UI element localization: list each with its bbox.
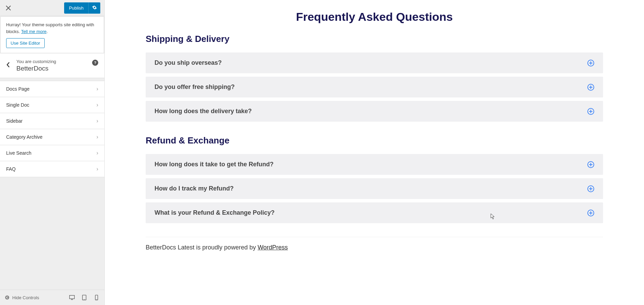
top-bar: Publish <box>0 0 104 16</box>
menu-item-live-search[interactable]: Live Search › <box>0 145 104 161</box>
faq-item[interactable]: How long does the delivery take? <box>146 101 603 122</box>
faq-question: How do I track my Refund? <box>155 185 234 192</box>
wordpress-link[interactable]: WordPress <box>258 244 288 251</box>
faq-question: How long does it take to get the Refund? <box>155 161 274 168</box>
faq-container: Frequently Asked Questions Shipping & De… <box>105 0 644 268</box>
faq-question: Do you ship overseas? <box>155 59 222 66</box>
chevron-right-icon: › <box>97 134 98 140</box>
faq-question: Do you offer free shipping? <box>155 83 235 91</box>
menu-item-label: Category Archive <box>6 134 43 140</box>
menu-item-category-archive[interactable]: Category Archive › <box>0 129 104 145</box>
menu-item-label: Live Search <box>6 150 31 156</box>
hide-controls-label: Hide Controls <box>12 295 39 300</box>
bottom-bar: Hide Controls <box>0 290 104 305</box>
faq-section-title-refund: Refund & Exchange <box>146 135 603 146</box>
use-site-editor-button[interactable]: Use Site Editor <box>6 38 45 48</box>
menu-item-sidebar[interactable]: Sidebar › <box>0 113 104 129</box>
plus-icon <box>587 210 594 216</box>
close-button[interactable] <box>4 4 12 12</box>
faq-item[interactable]: Do you offer free shipping? <box>146 77 603 97</box>
faq-question: How long does the delivery take? <box>155 108 252 115</box>
tablet-icon[interactable] <box>81 294 87 301</box>
site-editor-notice: Hurray! Your theme supports site editing… <box>0 16 104 53</box>
svg-point-0 <box>5 295 9 300</box>
menu-item-label: FAQ <box>6 166 16 172</box>
chevron-right-icon: › <box>97 102 98 108</box>
chevron-right-icon: › <box>97 86 98 92</box>
collapse-icon <box>5 295 10 300</box>
help-button[interactable]: ? <box>92 60 98 66</box>
mobile-icon[interactable] <box>93 294 100 301</box>
svg-rect-1 <box>70 295 74 299</box>
customizing-label: You are customizing <box>16 59 98 64</box>
menu-item-docs-page[interactable]: Docs Page › <box>0 81 104 97</box>
plus-icon <box>587 84 594 91</box>
faq-item[interactable]: What is your Refund & Exchange Policy? <box>146 202 603 223</box>
faq-section-title-shipping: Shipping & Delivery <box>146 34 603 44</box>
plus-icon <box>587 108 594 115</box>
chevron-left-icon <box>6 62 10 68</box>
plus-icon <box>587 60 594 66</box>
svg-point-3 <box>84 299 84 300</box>
notice-text-prefix: Hurray! Your theme supports site editing… <box>6 22 94 34</box>
menu-item-label: Sidebar <box>6 118 23 124</box>
notice-text-suffix: . <box>46 29 48 34</box>
menu-item-faq[interactable]: FAQ › <box>0 161 104 177</box>
close-icon <box>6 5 11 11</box>
publish-settings-button[interactable] <box>88 2 100 14</box>
plus-icon <box>587 185 594 192</box>
faq-item[interactable]: How do I track my Refund? <box>146 178 603 199</box>
publish-group: Publish <box>64 2 100 14</box>
desktop-icon[interactable] <box>69 294 75 301</box>
menu-item-single-doc[interactable]: Single Doc › <box>0 97 104 113</box>
footer-text: BetterDocs Latest is proudly powered by … <box>146 237 603 258</box>
menu-item-label: Single Doc <box>6 102 29 108</box>
svg-point-5 <box>96 299 97 300</box>
device-preview-icons <box>69 294 100 301</box>
chevron-right-icon: › <box>97 166 98 172</box>
footer-prefix: BetterDocs Latest is proudly powered by <box>146 244 258 251</box>
faq-item[interactable]: How long does it take to get the Refund? <box>146 154 603 175</box>
publish-button[interactable]: Publish <box>64 3 88 13</box>
tell-me-more-link[interactable]: Tell me more <box>21 29 46 34</box>
preview-pane: Frequently Asked Questions Shipping & De… <box>105 0 644 305</box>
hide-controls-button[interactable]: Hide Controls <box>5 295 39 300</box>
customizer-sidebar: Publish Hurray! Your theme supports site… <box>0 0 105 305</box>
plus-icon <box>587 161 594 168</box>
chevron-right-icon: › <box>97 150 98 156</box>
faq-page-title: Frequently Asked Questions <box>146 10 603 24</box>
customizing-title: BetterDocs <box>16 65 98 72</box>
back-button[interactable] <box>6 62 10 70</box>
gear-icon <box>92 5 97 10</box>
faq-question: What is your Refund & Exchange Policy? <box>155 209 275 216</box>
customizing-info: You are customizing BetterDocs <box>16 59 98 72</box>
menu-item-label: Docs Page <box>6 86 29 92</box>
chevron-right-icon: › <box>97 118 98 124</box>
faq-item[interactable]: Do you ship overseas? <box>146 52 603 73</box>
menu-list: Docs Page › Single Doc › Sidebar › Categ… <box>0 81 104 177</box>
customizing-header: You are customizing BetterDocs ? <box>0 54 104 78</box>
